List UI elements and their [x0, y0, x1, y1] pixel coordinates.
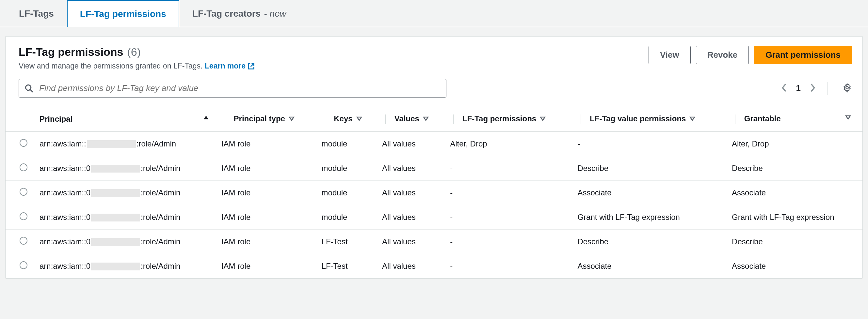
- toolbar: 1: [5, 79, 863, 98]
- row-radio[interactable]: [20, 212, 27, 220]
- cell-keys: LF-Test: [317, 254, 378, 278]
- panel-description: View and manage the permissions granted …: [19, 62, 255, 70]
- revoke-button[interactable]: Revoke: [696, 46, 749, 64]
- page-title: LF-Tag permissions: [19, 46, 123, 58]
- tabs-bar: LF-Tags LF-Tag permissions LF-Tag creato…: [0, 0, 868, 27]
- cell-values: All values: [377, 205, 445, 229]
- current-page: 1: [796, 83, 801, 93]
- search-icon: [25, 84, 33, 93]
- cell-values: All values: [377, 254, 445, 278]
- col-lftag-permissions-label: LF-Tag permissions: [462, 114, 536, 123]
- col-lftag-permissions[interactable]: LF-Tag permissions: [445, 107, 573, 132]
- tab-lf-tag-permissions[interactable]: LF-Tag permissions: [67, 0, 179, 27]
- filter-icon[interactable]: [539, 115, 546, 122]
- table-row[interactable]: arn:aws:iam::0:role/AdminIAM roleLF-Test…: [5, 254, 863, 278]
- cell-keys: module: [317, 205, 378, 229]
- panel: LF-Tag permissions (6) View and manage t…: [5, 36, 863, 279]
- cell-keys: module: [317, 180, 378, 205]
- cell-principal-type: IAM role: [217, 229, 317, 254]
- cell-grantable: Describe: [727, 229, 863, 254]
- search-input[interactable]: [39, 83, 440, 93]
- table-row[interactable]: arn:aws:iam::0:role/AdminIAM rolemoduleA…: [5, 180, 863, 205]
- col-keys[interactable]: Keys: [317, 107, 378, 132]
- next-page-button[interactable]: [809, 83, 816, 94]
- cell-values: All values: [377, 180, 445, 205]
- col-lftag-value-permissions[interactable]: LF-Tag value permissions: [573, 107, 727, 132]
- svg-line-1: [31, 90, 33, 92]
- settings-button[interactable]: [842, 83, 852, 94]
- table-row[interactable]: arn:aws:iam::0:role/AdminIAM rolemoduleA…: [5, 205, 863, 229]
- col-values[interactable]: Values: [377, 107, 445, 132]
- arn-redacted: [91, 214, 140, 221]
- cell-grantable: Alter, Drop: [727, 132, 863, 156]
- arn-redacted: [91, 262, 140, 271]
- row-radio[interactable]: [20, 139, 27, 147]
- row-radio[interactable]: [20, 237, 27, 245]
- col-principal[interactable]: Principal: [35, 107, 217, 132]
- col-principal-type-label: Principal type: [234, 114, 285, 123]
- row-radio[interactable]: [20, 261, 27, 269]
- table-row[interactable]: arn:aws:iam:::role/AdminIAM rolemoduleAl…: [5, 132, 863, 156]
- arn-redacted: [91, 165, 140, 173]
- cell-principal: arn:aws:iam:::role/Admin: [35, 132, 217, 156]
- col-keys-label: Keys: [334, 114, 352, 123]
- col-lftag-value-permissions-label: LF-Tag value permissions: [590, 114, 686, 123]
- sort-ascending-icon[interactable]: [203, 114, 210, 122]
- filter-icon[interactable]: [423, 115, 429, 122]
- cell-grantable: Grant with LF-Tag expression: [727, 205, 863, 229]
- col-grantable[interactable]: Grantable: [727, 107, 863, 132]
- permissions-table: Principal Principal type: [5, 107, 863, 278]
- tab-lf-tag-creators[interactable]: LF-Tag creators - new: [179, 0, 300, 27]
- cell-lftag-value-permissions: Describe: [573, 156, 727, 180]
- table-row[interactable]: arn:aws:iam::0:role/AdminIAM roleLF-Test…: [5, 229, 863, 254]
- cell-keys: module: [317, 156, 378, 180]
- cell-values: All values: [377, 156, 445, 180]
- tab-lf-tags[interactable]: LF-Tags: [6, 0, 67, 27]
- cell-keys: LF-Test: [317, 229, 378, 254]
- cell-lftag-permissions: -: [445, 205, 573, 229]
- arn-redacted: [87, 140, 136, 148]
- panel-header: LF-Tag permissions (6) View and manage t…: [5, 46, 863, 70]
- filter-icon[interactable]: [689, 115, 695, 122]
- arn-prefix: arn:aws:iam::0: [39, 237, 90, 246]
- cell-principal-type: IAM role: [217, 132, 317, 156]
- cell-principal: arn:aws:iam::0:role/Admin: [35, 180, 217, 205]
- cell-lftag-value-permissions: Describe: [573, 229, 727, 254]
- arn-redacted: [91, 189, 140, 197]
- col-principal-type[interactable]: Principal type: [217, 107, 317, 132]
- cell-principal-type: IAM role: [217, 205, 317, 229]
- chevron-right-icon: [809, 83, 816, 93]
- tab-label: LF-Tag permissions: [80, 9, 166, 19]
- chevron-left-icon: [781, 83, 788, 93]
- cell-principal: arn:aws:iam::0:role/Admin: [35, 205, 217, 229]
- cell-principal: arn:aws:iam::0:role/Admin: [35, 229, 217, 254]
- filter-icon[interactable]: [356, 115, 363, 122]
- grant-permissions-button[interactable]: Grant permissions: [754, 46, 852, 64]
- col-grantable-label: Grantable: [744, 114, 781, 123]
- row-radio[interactable]: [20, 164, 27, 171]
- row-radio[interactable]: [20, 188, 27, 196]
- panel-title-wrap: LF-Tag permissions (6) View and manage t…: [19, 46, 255, 70]
- cell-lftag-permissions: Alter, Drop: [445, 132, 573, 156]
- cell-keys: module: [317, 132, 378, 156]
- view-button[interactable]: View: [649, 46, 691, 64]
- arn-prefix: arn:aws:iam::: [39, 139, 86, 148]
- cell-lftag-value-permissions: Grant with LF-Tag expression: [573, 205, 727, 229]
- cell-principal-type: IAM role: [217, 254, 317, 278]
- table-row[interactable]: arn:aws:iam::0:role/AdminIAM rolemoduleA…: [5, 156, 863, 180]
- cell-lftag-value-permissions: -: [573, 132, 727, 156]
- cell-lftag-permissions: -: [445, 229, 573, 254]
- svg-point-2: [846, 86, 848, 89]
- filter-icon[interactable]: [288, 115, 295, 122]
- cell-principal: arn:aws:iam::0:role/Admin: [35, 156, 217, 180]
- action-buttons: View Revoke Grant permissions: [649, 46, 852, 64]
- filter-icon[interactable]: [845, 114, 851, 121]
- arn-suffix: :role/Admin: [141, 237, 180, 246]
- arn-suffix: :role/Admin: [141, 188, 180, 197]
- learn-more-link[interactable]: Learn more: [205, 62, 255, 70]
- svg-point-0: [26, 85, 31, 90]
- search-container[interactable]: [19, 79, 446, 98]
- prev-page-button[interactable]: [781, 83, 788, 94]
- cell-lftag-value-permissions: Associate: [573, 254, 727, 278]
- cell-principal-type: IAM role: [217, 156, 317, 180]
